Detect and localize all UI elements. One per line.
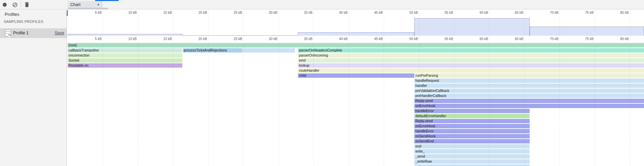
- flame-bar-onerrorhook[interactable]: onErrorHook: [414, 124, 530, 128]
- ruler-tick-label: 65 kB: [503, 11, 523, 14]
- toolbar-divider: [21, 2, 21, 7]
- sidebar: Profiles SAMPLING PROFILES % Profile 1 S…: [0, 9, 67, 166]
- view-mode-value: Chart: [70, 2, 81, 7]
- record-icon: [3, 3, 7, 7]
- ruler-tick-label: 60 kB: [468, 11, 488, 14]
- flame-bar-end[interactable]: end: [414, 144, 530, 148]
- overview-left-handle[interactable]: [67, 10, 68, 16]
- sidebar-title: Profiles: [5, 12, 19, 17]
- ruler-tick-label: 35 kB: [292, 37, 312, 41]
- flame-bar-child[interactable]: child: [298, 73, 414, 77]
- flame-bar-write-[interactable]: write_: [414, 149, 530, 153]
- ruler-tick-label: 70 kB: [538, 11, 559, 14]
- record-button[interactable]: [1, 1, 9, 9]
- view-mode-select[interactable]: Chart ▼: [68, 1, 103, 8]
- clear-icon: [12, 2, 17, 7]
- ruler-tick-label: 30 kB: [257, 11, 277, 14]
- flame-bar--root-[interactable]: (root): [68, 43, 644, 47]
- flame-bar-routehandler[interactable]: routeHandler: [298, 68, 644, 72]
- ruler-tick-label: 40 kB: [328, 37, 348, 41]
- ruler-tick-label: 20 kB: [187, 37, 207, 41]
- flame-bar-onconnection[interactable]: onconnection: [68, 53, 183, 57]
- ruler-tick-label: 40 kB: [328, 11, 348, 14]
- flame-bar-defaulterrorhandler[interactable]: defaultErrorHandler: [414, 114, 530, 118]
- ruler-tick-label: 70 kB: [538, 37, 559, 41]
- flame-bar-handler[interactable]: handler: [414, 84, 644, 88]
- ruler-tick-label: 10 kB: [117, 11, 137, 14]
- flame-bar-emit[interactable]: emit: [298, 58, 644, 62]
- ruler-tick-label: 5 kB: [81, 11, 102, 14]
- ruler-tick-label: 5 kB: [81, 37, 102, 41]
- sidebar-item-profile-1[interactable]: % Profile 1 Save: [0, 28, 67, 38]
- delete-profile-button[interactable]: [23, 1, 31, 9]
- flame-bar-handleerror[interactable]: handleError: [414, 129, 530, 133]
- flame-bar[interactable]: [414, 164, 530, 166]
- ruler-tick-label: 20 kB: [187, 11, 207, 14]
- ruler-tick-label: 15 kB: [152, 37, 172, 41]
- flame-bar-handleerror[interactable]: handleError: [414, 109, 530, 113]
- ruler-tick-label: 45 kB: [363, 37, 383, 41]
- ruler-tick-label: 55 kB: [433, 11, 453, 14]
- flame-bar-readable-on[interactable]: Readable.on: [68, 63, 183, 67]
- devtools-memory-profiler: { "toolbar": { "record_tooltip": "record…: [0, 0, 644, 166]
- sidebar-section-header: SAMPLING PROFILES: [4, 20, 43, 24]
- ruler-tick-label: 25 kB: [222, 37, 242, 41]
- flame-bar-prevalidationcallback[interactable]: preValidationCallback: [414, 89, 644, 93]
- active-tab-indicator: [95, 0, 119, 1]
- flame-bar--send[interactable]: _send: [414, 154, 530, 158]
- overview-area-step: [530, 27, 644, 36]
- chevron-down-icon: ▼: [97, 3, 100, 6]
- save-profile-link[interactable]: Save: [55, 31, 65, 35]
- ruler-tick-label: 50 kB: [398, 37, 418, 41]
- clear-button[interactable]: [11, 1, 19, 9]
- trash-icon: [25, 2, 29, 7]
- overview-area-step: [298, 32, 414, 36]
- ruler-tick-label: 50 kB: [398, 11, 418, 14]
- flame-bar-reply-send[interactable]: Reply.send: [414, 99, 644, 103]
- flame-bar-prehandlercallback[interactable]: preHandlerCallback: [414, 94, 644, 98]
- flame-bar-reply-send[interactable]: Reply.send: [414, 119, 530, 123]
- ruler-tick-label: 60 kB: [468, 37, 488, 41]
- flame-bar-runpreparsing[interactable]: runPreParsing: [415, 73, 644, 77]
- flame-bar-parseronincoming[interactable]: parserOnIncoming: [298, 53, 644, 57]
- flame-bar-lookup[interactable]: lookup: [298, 63, 644, 67]
- ruler-tick-label: 80 kB: [609, 11, 629, 14]
- ruler-tick-label: 25 kB: [222, 11, 242, 14]
- flame-bar-onerrorhook[interactable]: onErrorHook: [414, 104, 644, 108]
- ruler-tick-label: 80 kB: [609, 37, 629, 41]
- overview-area-step: [414, 18, 530, 36]
- profile-name: Profile 1: [13, 31, 29, 35]
- flame-bar-handlerequest[interactable]: handleRequest: [414, 78, 644, 82]
- ruler-tick-label: 35 kB: [292, 11, 312, 14]
- flame-bar-parseronheaderscomplete[interactable]: parserOnHeadersComplete: [298, 48, 644, 52]
- ruler-tick-label: 75 kB: [573, 37, 594, 41]
- profile-icon: %: [5, 30, 11, 36]
- flame-bar-processticksandrejections[interactable]: processTicksAndRejections: [183, 48, 243, 52]
- ruler-tick-label: 75 kB: [573, 11, 594, 14]
- ruler-tick-label: 45 kB: [363, 11, 383, 14]
- flame-bar--writeraw[interactable]: _writeRaw: [414, 159, 530, 163]
- flame-bar-socket[interactable]: Socket: [68, 58, 183, 62]
- ruler-tick-label: 55 kB: [433, 37, 453, 41]
- flame-bar-onsendend[interactable]: onSendEnd: [414, 139, 530, 143]
- overview-scrollbar-thumb[interactable]: [68, 8, 108, 9]
- flame-bar-callbacktrampoline[interactable]: callbackTrampoline: [68, 48, 183, 52]
- ruler-tick-label: 65 kB: [503, 37, 523, 41]
- ruler-tick-label: 30 kB: [257, 37, 277, 41]
- flame-chart-pane: 5 kB10 kB15 kB20 kB25 kB30 kB35 kB40 kB4…: [67, 9, 644, 166]
- flame-bar-onsendhook[interactable]: onSendHook: [414, 134, 530, 138]
- ruler-tick-label: 10 kB: [117, 37, 137, 41]
- ruler-tick-label: 15 kB: [152, 11, 172, 14]
- flame-bar[interactable]: [243, 48, 295, 52]
